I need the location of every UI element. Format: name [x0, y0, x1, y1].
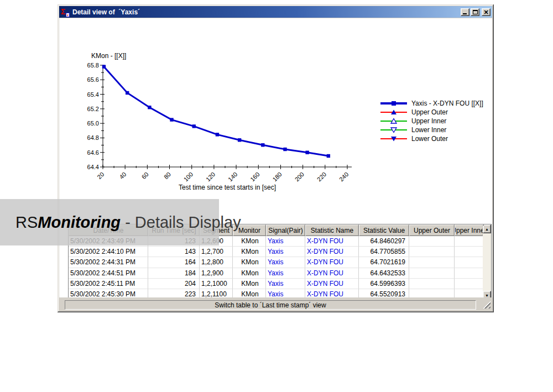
column-header[interactable]: Statistic Name [305, 224, 359, 236]
table-cell[interactable]: KMon [233, 247, 266, 257]
line-chart: KMon - [[X]]64.464.664.865.065.265.465.6… [65, 35, 366, 201]
table-cell[interactable] [409, 236, 455, 247]
brand-prefix: RS [15, 213, 38, 232]
legend-label: Upper Inner [411, 117, 446, 125]
table-cell[interactable] [409, 257, 455, 268]
table-cell[interactable]: 5/30/2002 2:44:10 PM [69, 247, 148, 257]
table-cell[interactable]: 5/30/2002 2:45:11 PM [69, 279, 148, 289]
table-cell[interactable]: 1,2,900 [200, 268, 233, 279]
table-cell[interactable]: 1,2,700 [200, 247, 233, 257]
table-cell[interactable] [409, 268, 455, 279]
table-cell[interactable]: 5/30/2002 2:44:51 PM [69, 268, 148, 279]
data-point-marker [238, 138, 241, 142]
table-cell[interactable]: 164 [148, 257, 200, 268]
table-cell[interactable]: X-DYN FOU [305, 257, 359, 268]
table-row[interactable]: 5/30/2002 2:44:10 PM1431,2,700KMonYaxisX… [69, 247, 491, 257]
scroll-up-button[interactable]: ▲ [483, 224, 491, 233]
sigma-app-icon[interactable]: Σz [61, 8, 70, 17]
table-cell[interactable] [409, 279, 455, 289]
x-tick-label: 40 [118, 171, 127, 180]
table-cell[interactable]: X-DYN FOU [305, 279, 359, 289]
chart-legend: Yaxis - X-DYN FOU [[X]]Upper OuterUpper … [380, 99, 494, 143]
x-tick-label: 60 [140, 171, 150, 180]
table-cell[interactable]: 204 [148, 279, 200, 289]
table-cell[interactable]: 5/30/2002 2:44:31 PM [69, 257, 148, 268]
x-tick-label: 80 [163, 171, 172, 180]
scroll-up-icon: ▲ [485, 227, 489, 231]
table-cell[interactable] [409, 247, 455, 257]
table-cell[interactable]: Yaxis [266, 279, 305, 289]
table-cell[interactable]: 143 [148, 247, 200, 257]
resize-grip-icon[interactable] [482, 300, 491, 309]
y-tick-label: 65.6 [87, 76, 99, 83]
legend-sample-icon [380, 100, 407, 107]
data-point-marker [126, 91, 129, 95]
scroll-down-icon: ▼ [485, 294, 489, 297]
table-body: 5/30/2002 2:43:49 PM1231,2,600KMonYaxisX… [69, 236, 491, 300]
close-button[interactable]: ✕ [482, 8, 491, 16]
x-tick-label: 120 [205, 171, 216, 182]
table-cell[interactable] [455, 268, 483, 279]
table-cell[interactable]: Yaxis [266, 236, 305, 247]
table-cell[interactable]: Yaxis [266, 268, 305, 279]
table-cell[interactable]: X-DYN FOU [305, 236, 359, 247]
legend-item: Lower Inner [380, 126, 494, 134]
table-cell[interactable]: 64.8460297 [359, 236, 409, 247]
table-cell[interactable] [455, 257, 483, 268]
table-cell[interactable]: KMon [233, 236, 266, 247]
minimize-icon [463, 13, 467, 14]
table-cell[interactable]: KMon [233, 268, 266, 279]
brand-suffix: - Details Display [121, 213, 241, 232]
y-tick-label: 65.0 [87, 120, 99, 127]
legend-sample-icon [380, 127, 407, 133]
y-tick-label: 64.4 [87, 164, 99, 170]
vertical-scroll-thumb[interactable] [483, 224, 484, 226]
y-tick-label: 65.4 [87, 91, 99, 98]
table-cell[interactable]: 64.5996393 [359, 279, 409, 289]
table-cell[interactable]: 64.7705855 [359, 247, 409, 257]
table-cell[interactable]: KMon [233, 279, 266, 289]
close-icon: ✕ [482, 8, 490, 16]
column-header[interactable]: Signal(Pair) [266, 224, 305, 236]
table-cell[interactable]: X-DYN FOU [305, 247, 359, 257]
status-switch-view[interactable]: Switch table to ´Last time stamp´ view [65, 300, 476, 310]
legend-item: Yaxis - X-DYN FOU [[X]] [380, 99, 494, 108]
table-cell[interactable]: X-DYN FOU [305, 268, 359, 279]
y-tick-label: 65.8 [87, 62, 99, 69]
table-cell[interactable]: Yaxis [266, 247, 305, 257]
data-point-marker [192, 124, 196, 128]
minimize-button[interactable] [461, 8, 469, 16]
data-point-marker [261, 143, 264, 147]
legend-sample-icon [380, 135, 407, 142]
maximize-icon [473, 10, 478, 14]
table-cell[interactable]: KMon [233, 257, 266, 268]
y-tick-label: 64.8 [87, 134, 99, 141]
window-titlebar[interactable]: Σz Detail view of ´Yaxis´ ✕ [59, 6, 492, 18]
client-area: KMon - [[X]]64.464.664.865.065.265.465.6… [59, 18, 492, 297]
table-cell[interactable]: 64.7021619 [359, 257, 409, 268]
table-cell[interactable]: 1,2,1000 [200, 279, 233, 289]
detail-view-window: Σz Detail view of ´Yaxis´ ✕ KMon - [[X]]… [58, 4, 494, 312]
table-cell[interactable]: 64.6432533 [359, 268, 409, 279]
table-row[interactable]: 5/30/2002 2:44:31 PM1641,2,800KMonYaxisX… [69, 257, 491, 268]
table-cell[interactable]: Yaxis [266, 257, 305, 268]
table-cell[interactable] [455, 236, 483, 247]
data-point-marker [102, 65, 106, 68]
table-cell[interactable]: 184 [148, 268, 200, 279]
x-tick-label: 180 [271, 171, 283, 182]
table-row[interactable]: 5/30/2002 2:44:51 PM1841,2,900KMonYaxisX… [69, 268, 491, 279]
column-header[interactable]: Statistic Value [359, 224, 409, 236]
maximize-button[interactable] [471, 8, 479, 16]
table-cell[interactable] [455, 279, 483, 289]
column-header[interactable]: Upper Outer [409, 224, 455, 236]
data-point-marker [170, 118, 173, 121]
table-row[interactable]: 5/30/2002 2:45:11 PM2041,2,1000KMonYaxis… [69, 279, 491, 289]
table-vertical-scrollbar[interactable]: ▲ ▼ [483, 224, 491, 300]
table-cell[interactable]: 1,2,800 [200, 257, 233, 268]
y-tick-label: 64.6 [87, 149, 99, 156]
y-tick-label: 65.2 [87, 106, 99, 112]
legend-item: Upper Outer [380, 108, 494, 117]
data-point-marker [305, 151, 309, 154]
table-cell[interactable] [455, 247, 483, 257]
column-header[interactable]: Upper Inner [455, 224, 483, 236]
